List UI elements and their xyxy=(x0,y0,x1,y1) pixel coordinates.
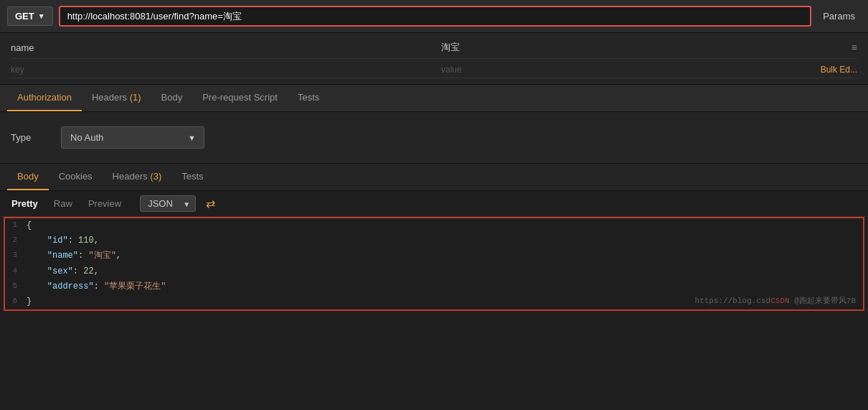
method-label: GET xyxy=(15,11,34,22)
line-num-3: 3 xyxy=(5,249,23,263)
code-area: 1 { 2 "id": 110, 3 "name": "淘宝", 4 "sex"… xyxy=(4,217,864,311)
method-chevron-icon: ▼ xyxy=(38,12,45,20)
code-line-5: 5 "address": "苹果栗子花生" xyxy=(5,279,863,294)
url-input[interactable] xyxy=(59,6,812,27)
tab-pre-request[interactable]: Pre-request Script xyxy=(192,85,288,111)
code-line-6: 6 } xyxy=(5,294,863,309)
code-line-3: 3 "name": "淘宝", xyxy=(5,248,863,264)
line-content-1: { xyxy=(23,219,32,233)
response-tab-tests[interactable]: Tests xyxy=(171,164,213,190)
param-key-placeholder: key xyxy=(11,65,24,75)
param-key-header: name xyxy=(11,42,34,53)
auth-section: Type No Auth API Key Bearer Token Basic … xyxy=(0,112,868,164)
auth-row: Type No Auth API Key Bearer Token Basic … xyxy=(11,126,857,149)
format-tab-raw[interactable]: Raw xyxy=(49,197,77,210)
params-button[interactable]: Params xyxy=(817,7,861,25)
format-select-wrapper: JSON XML HTML Text ▼ xyxy=(140,195,196,212)
response-tabs: Body Cookies Headers (3) Tests xyxy=(0,164,868,191)
tab-tests[interactable]: Tests xyxy=(288,85,329,111)
auth-type-label: Type xyxy=(11,132,47,143)
tab-headers[interactable]: Headers (1) xyxy=(82,85,151,111)
format-tab-pretty[interactable]: Pretty xyxy=(7,197,42,210)
line-num-6: 6 xyxy=(5,295,23,309)
auth-select-wrapper: No Auth API Key Bearer Token Basic Auth … xyxy=(61,126,204,149)
params-section: name 淘宝 ≡ key value Bulk Ed... xyxy=(0,33,868,85)
line-content-3: "name": "淘宝", xyxy=(23,249,121,263)
format-row: Pretty Raw Preview JSON XML HTML Text ▼ … xyxy=(0,191,868,217)
wrap-icon[interactable]: ⇄ xyxy=(206,197,215,210)
line-num-5: 5 xyxy=(5,280,23,294)
request-tabs: Authorization Headers (1) Body Pre-reque… xyxy=(0,85,868,112)
auth-type-select[interactable]: No Auth API Key Bearer Token Basic Auth … xyxy=(61,126,204,149)
response-tab-cookies[interactable]: Cookies xyxy=(49,164,103,190)
line-content-4: "sex": 22, xyxy=(23,265,99,279)
response-tab-headers[interactable]: Headers (3) xyxy=(103,164,172,190)
line-content-6: } xyxy=(23,295,32,309)
response-tab-body[interactable]: Body xyxy=(7,164,49,190)
line-num-4: 4 xyxy=(5,265,23,279)
tab-body[interactable]: Body xyxy=(151,85,193,111)
line-num-2: 2 xyxy=(5,234,23,248)
menu-icon: ≡ xyxy=(852,42,857,53)
code-line-1: 1 { xyxy=(5,218,863,233)
url-bar: GET ▼ Params xyxy=(0,0,868,33)
param-value-header: 淘宝 xyxy=(441,41,460,54)
params-table: name 淘宝 ≡ key value Bulk Ed... xyxy=(11,39,857,78)
line-content-2: "id": 110, xyxy=(23,234,99,248)
line-content-5: "address": "苹果栗子花生" xyxy=(23,280,166,294)
params-header-row: name 淘宝 ≡ xyxy=(11,39,857,56)
params-row: key value Bulk Ed... xyxy=(11,61,857,78)
line-num-1: 1 xyxy=(5,219,23,233)
format-tab-preview[interactable]: Preview xyxy=(84,197,126,210)
method-button[interactable]: GET ▼ xyxy=(7,6,53,26)
code-line-4: 4 "sex": 22, xyxy=(5,264,863,279)
tab-authorization[interactable]: Authorization xyxy=(7,85,82,111)
param-value-placeholder: value xyxy=(441,65,462,75)
code-line-2: 2 "id": 110, xyxy=(5,233,863,248)
bulk-edit-button[interactable]: Bulk Ed... xyxy=(821,65,857,75)
format-type-select[interactable]: JSON XML HTML Text xyxy=(140,195,196,212)
